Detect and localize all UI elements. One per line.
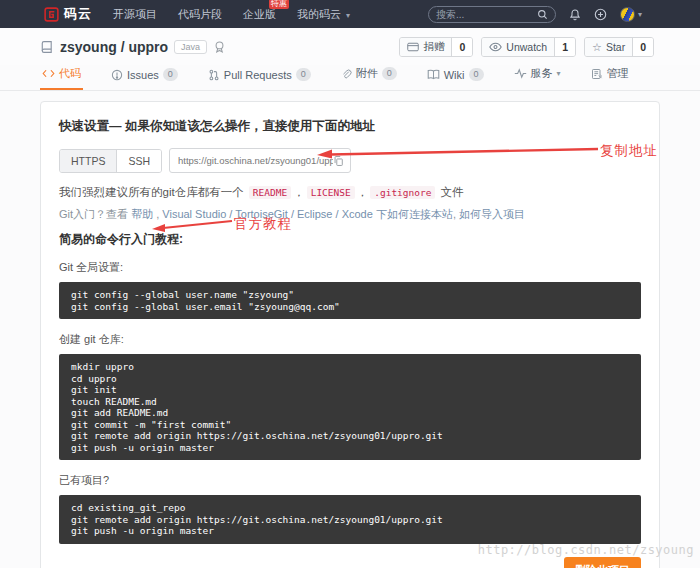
tab-pull-requests[interactable]: Pull Requests 0 xyxy=(206,68,313,90)
tab-attachments[interactable]: 附件 0 xyxy=(339,66,399,90)
chevron-down-icon: ▾ xyxy=(638,10,642,19)
readme-tag: README xyxy=(249,186,291,199)
pull-request-icon xyxy=(208,69,220,81)
issues-count: 0 xyxy=(163,68,178,81)
create-repo-code: mkdir uppro cd uppro git init touch READ… xyxy=(59,354,641,460)
medal-icon xyxy=(213,40,226,54)
nav-search[interactable] xyxy=(428,6,556,23)
nav-item-my-gitee[interactable]: 我的码云 ▾ xyxy=(297,7,350,22)
page: 码云 开源项目 代码片段 企业版 特惠 我的码云 ▾ xyxy=(0,0,700,568)
quick-setup-card: 快速设置— 如果你知道该怎么操作，直接使用下面的地址 HTTPS SSH 我们强… xyxy=(40,101,660,568)
global-config-heading: Git 全局设置: xyxy=(59,260,641,275)
tab-issues[interactable]: Issues 0 xyxy=(109,68,180,90)
star-count[interactable]: 0 xyxy=(632,38,653,56)
wiki-count: 0 xyxy=(469,68,484,81)
clone-url-row: HTTPS SSH xyxy=(59,148,641,173)
create-repo-heading: 创建 git 仓库: xyxy=(59,332,641,347)
wiki-book-icon xyxy=(427,69,440,80)
tab-manage[interactable]: 管理 xyxy=(589,66,631,90)
watch-count[interactable]: 1 xyxy=(554,38,575,56)
star-button[interactable]: ☆ Star 0 xyxy=(584,37,654,57)
user-menu[interactable]: ▾ xyxy=(620,7,642,22)
protocol-switch: HTTPS SSH xyxy=(59,149,162,173)
help-link[interactable]: 帮助 xyxy=(131,208,153,220)
git-intro-line: Git入门？查看 帮助 , Visual Studio / TortoiseGi… xyxy=(59,207,641,222)
existing-repo-code: cd existing_git_repo git remote add orig… xyxy=(59,495,641,544)
nav-item-opensource[interactable]: 开源项目 xyxy=(113,7,157,22)
clone-url-box xyxy=(169,148,351,173)
brand-name: 码云 xyxy=(64,5,92,23)
plus-circle-icon[interactable] xyxy=(594,8,607,21)
unwatch-button[interactable]: Unwatch 1 xyxy=(481,37,576,57)
pr-count: 0 xyxy=(296,68,311,81)
chevron-down-icon: ▾ xyxy=(346,11,350,20)
chevron-down-icon: ▾ xyxy=(557,69,561,78)
repo-header: zsyoung / uppro Java 捐赠 xyxy=(0,28,700,65)
manage-icon xyxy=(591,68,603,80)
repo-actions: 捐赠 0 Unwatch 1 ☆ xyxy=(399,37,654,57)
avatar xyxy=(620,7,635,22)
https-button[interactable]: HTTPS xyxy=(60,150,116,172)
repo-book-icon xyxy=(40,40,54,54)
donate-card-icon xyxy=(407,42,419,52)
advise-line: 我们强烈建议所有的git仓库都有一个 README，LICENSE，.gitig… xyxy=(59,185,641,200)
gitee-logo[interactable]: 码云 xyxy=(44,5,92,23)
watermark: http://blog.csdn.net/zsyoung xyxy=(478,543,694,557)
license-tag: LICENSE xyxy=(307,186,355,199)
paperclip-icon xyxy=(341,68,352,80)
tab-services[interactable]: 服务 ▾ xyxy=(512,66,563,90)
ssh-button[interactable]: SSH xyxy=(116,150,161,172)
card-footer: 删除此项目 xyxy=(59,557,641,568)
code-icon xyxy=(42,68,55,79)
attachments-count: 0 xyxy=(382,67,397,80)
quick-setup-title: 快速设置— 如果你知道该怎么操作，直接使用下面的地址 xyxy=(59,118,641,135)
promo-badge: 特惠 xyxy=(269,0,289,9)
delete-project-button[interactable]: 删除此项目 xyxy=(564,557,641,568)
repo-tabbar: 代码 Issues 0 Pull Requests 0 xyxy=(0,65,700,91)
tutorial-heading: 简易的命令行入门教程: xyxy=(59,231,641,248)
copy-icon[interactable] xyxy=(333,155,344,167)
connect-guide-link[interactable]: Visual Studio / TortoiseGit / Eclipse / … xyxy=(162,208,453,220)
nav-item-enterprise[interactable]: 企业版 特惠 xyxy=(243,7,276,22)
gitignore-tag: .gitignore xyxy=(370,186,435,199)
nav-item-snippets[interactable]: 代码片段 xyxy=(178,7,222,22)
gitee-logo-icon xyxy=(44,7,59,22)
repo-title: zsyoung / uppro Java xyxy=(40,39,226,55)
tab-wiki[interactable]: Wiki 0 xyxy=(425,68,486,90)
search-input[interactable] xyxy=(436,9,537,20)
donate-button[interactable]: 捐赠 0 xyxy=(399,37,473,57)
language-badge: Java xyxy=(174,40,207,54)
global-config-code: git config --global user.name "zsyoung" … xyxy=(59,282,641,319)
donate-count[interactable]: 0 xyxy=(451,38,472,56)
star-icon: ☆ xyxy=(592,41,602,54)
tab-code[interactable]: 代码 xyxy=(40,66,83,90)
eye-icon xyxy=(489,42,502,52)
search-icon[interactable] xyxy=(537,9,548,20)
repo-name[interactable]: zsyoung / uppro xyxy=(60,39,168,55)
issue-icon xyxy=(111,69,123,81)
clone-url-input[interactable] xyxy=(178,155,333,166)
existing-repo-heading: 已有项目? xyxy=(59,473,641,488)
top-navbar: 码云 开源项目 代码片段 企业版 特惠 我的码云 ▾ xyxy=(0,0,700,28)
import-project-link[interactable]: 如何导入项目 xyxy=(459,208,525,220)
pulse-icon xyxy=(514,68,527,79)
bell-icon[interactable] xyxy=(569,8,581,21)
